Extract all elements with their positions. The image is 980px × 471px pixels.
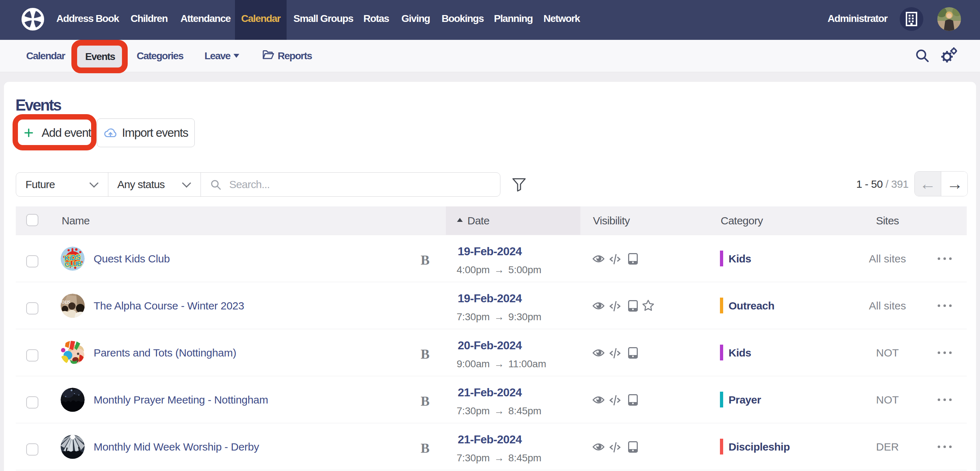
- svg-text:CLUB: CLUB: [65, 260, 82, 268]
